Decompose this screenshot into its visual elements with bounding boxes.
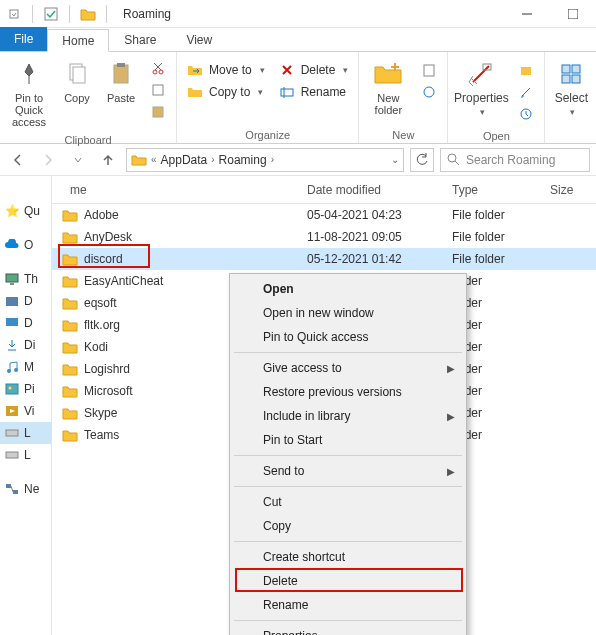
new-folder-button[interactable]: New folder [363,54,413,120]
folder-icon [62,273,78,289]
sidebar-pictures[interactable]: Pi [0,378,51,400]
sidebar-network[interactable]: Ne [0,478,51,500]
minimize-button[interactable] [504,0,550,28]
sidebar-downloads[interactable]: Di [0,334,51,356]
sidebar-local-disk[interactable]: L [0,422,51,444]
folder-icon [62,251,78,267]
file-name: AnyDesk [84,230,132,244]
folder-icon [62,229,78,245]
file-row[interactable]: Adobe05-04-2021 04:23File folder [52,204,596,226]
file-name: fltk.org [84,318,120,332]
folder-icon [62,295,78,311]
up-button[interactable] [96,148,120,172]
ctx-delete[interactable]: Delete [233,569,463,593]
ctx-open-new-window[interactable]: Open in new window [233,301,463,325]
maximize-button[interactable] [550,0,596,28]
drive-icon [4,447,20,463]
ctx-send-to[interactable]: Send to▶ [233,459,463,483]
file-type: File folder [442,208,540,222]
column-date[interactable]: Date modified [297,176,442,203]
svg-rect-10 [153,85,163,95]
sidebar-item[interactable]: D [0,312,51,334]
history-icon [518,106,534,122]
properties-button[interactable]: Properties▾ [452,54,510,122]
tab-file[interactable]: File [0,27,47,51]
copy-path-small-button[interactable] [146,80,170,100]
ctx-create-shortcut[interactable]: Create shortcut [233,545,463,569]
ctx-pin-to-start[interactable]: Pin to Start [233,428,463,452]
delete-button[interactable]: Delete▾ [275,60,353,80]
chevron-down-icon: ▾ [570,107,575,117]
sidebar-this-pc[interactable]: Th [0,268,51,290]
pin-quick-access-button[interactable]: Pin to Quick access [4,54,54,132]
paste-shortcut-small-button[interactable] [146,102,170,122]
file-date: 11-08-2021 09:05 [297,230,442,244]
ctx-open[interactable]: Open [233,277,463,301]
sidebar-quick-access[interactable]: ⭐Qu [0,200,51,222]
paste-shortcut-icon [150,104,166,120]
sidebar-onedrive[interactable]: O [0,234,51,256]
ctx-cut[interactable]: Cut [233,490,463,514]
select-button[interactable]: Select▾ [549,54,593,122]
refresh-button[interactable] [410,148,434,172]
recent-locations-button[interactable] [66,148,90,172]
address-bar[interactable]: « AppData› Roaming› ⌄ [126,148,404,172]
cut-small-button[interactable] [146,58,170,78]
history-button[interactable] [514,104,538,124]
titlebar: Roaming [0,0,596,28]
ctx-give-access-to[interactable]: Give access to▶ [233,356,463,380]
file-name: Kodi [84,340,108,354]
edit-button[interactable] [514,82,538,102]
move-to-button[interactable]: Move to▾ [183,60,269,80]
ctx-pin-quick-access[interactable]: Pin to Quick access [233,325,463,349]
ctx-rename[interactable]: Rename [233,593,463,617]
column-size[interactable]: Size [540,176,596,203]
svg-rect-27 [6,297,18,306]
sidebar-item[interactable]: D [0,290,51,312]
folder-icon [62,339,78,355]
copy-button[interactable]: Copy [56,54,98,108]
folder-icon [62,383,78,399]
tab-home[interactable]: Home [47,29,109,52]
ctx-properties[interactable]: Properties [233,624,463,635]
sidebar-music[interactable]: M [0,356,51,378]
breadcrumb-part[interactable]: AppData› [161,153,215,167]
column-headers: me Date modified Type Size [52,176,596,204]
sidebar-local-disk-2[interactable]: L [0,444,51,466]
ribbon: Pin to Quick access Copy Paste Clipboard… [0,52,596,144]
chevron-right-icon[interactable]: « [151,154,157,165]
search-icon [447,153,460,166]
breadcrumb-part[interactable]: Roaming› [219,153,274,167]
tab-share[interactable]: Share [109,28,171,51]
window-title: Roaming [117,7,171,21]
ctx-copy[interactable]: Copy [233,514,463,538]
chevron-down-icon[interactable]: ⌄ [391,154,399,165]
file-row[interactable]: discord05-12-2021 01:42File folder [52,248,596,270]
ctx-restore-previous[interactable]: Restore previous versions [233,380,463,404]
copy-to-button[interactable]: Copy to▾ [183,82,269,102]
svg-point-33 [9,387,12,390]
svg-rect-21 [562,75,570,83]
easy-access-button[interactable] [417,82,441,102]
svg-rect-17 [521,67,531,75]
paste-button[interactable]: Paste [100,54,142,108]
sidebar-videos[interactable]: Vi [0,400,51,422]
column-type[interactable]: Type [442,176,540,203]
select-icon [555,58,587,90]
svg-rect-5 [73,67,85,83]
new-item-button[interactable] [417,60,441,80]
ctx-include-in-library[interactable]: Include in library▶ [233,404,463,428]
forward-button[interactable] [36,148,60,172]
search-input[interactable]: Search Roaming [440,148,590,172]
chevron-down-icon: ▾ [480,107,485,117]
file-row[interactable]: AnyDesk11-08-2021 09:05File folder [52,226,596,248]
column-name[interactable]: me [52,176,297,203]
open-button[interactable] [514,60,538,80]
back-button[interactable] [6,148,30,172]
edit-icon [518,84,534,100]
qat-down-icon[interactable] [6,6,22,22]
tab-view[interactable]: View [171,28,227,51]
rename-button[interactable]: Rename [275,82,353,102]
properties-icon [465,58,497,90]
qat-check-icon[interactable] [43,6,59,22]
